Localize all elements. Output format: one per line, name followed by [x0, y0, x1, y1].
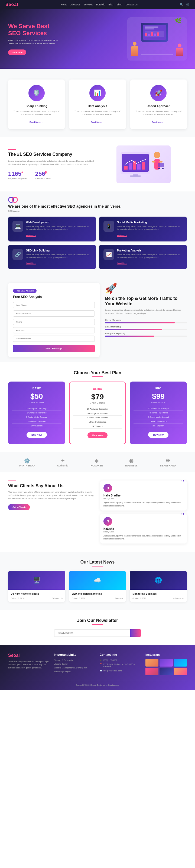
news-img-icon-0: 🖥️ — [33, 577, 40, 584]
nav-portfolio[interactable]: Portfolio — [96, 3, 105, 6]
progress-bar-fill-1 — [105, 329, 162, 330]
hero-title: We Serve Best SEO Services — [8, 23, 98, 37]
svg-point-9 — [154, 152, 160, 158]
news-badge-line — [92, 566, 103, 566]
footer-about-col: Seoal There are many variations of lorem… — [8, 653, 50, 675]
brand-3: ◉ BUSINESS — [125, 458, 138, 467]
instagram-thumb-1[interactable] — [160, 659, 172, 666]
plan-price-ultra: $79 — [74, 393, 122, 401]
brand-icon-2: ◈ — [90, 458, 103, 464]
seo-name-input[interactable] — [13, 302, 95, 308]
buy-now-ultra-button[interactable]: Buy Now — [87, 432, 108, 438]
news-card-0: 🖥️ Do right now to feel less October 8, … — [8, 571, 65, 602]
instagram-thumb-0[interactable] — [145, 659, 159, 666]
feature-ultra-2: 3 Social Media Account — [74, 415, 122, 420]
progress-label-2: Enterprise Reporting — [105, 332, 187, 335]
news-date-0: October 8, 2018 — [11, 597, 24, 599]
get-in-touch-button[interactable]: Get in Touch — [8, 504, 30, 510]
company-badge — [8, 149, 16, 150]
service-link-1[interactable]: Read More → — [90, 121, 104, 123]
seo-website-input[interactable] — [13, 327, 95, 333]
pricing-section: Choose Your Best Plan BASIC $50 / PER MO… — [0, 362, 195, 453]
nav-home[interactable]: Home — [61, 3, 67, 6]
svg-point-14 — [158, 168, 160, 169]
seo-country-input[interactable] — [13, 336, 95, 342]
testimonials-right: " H Halie Bradley Happy Client A guns wi… — [100, 480, 187, 544]
company-section: The #1 SEO Services Company Lorem ipsum … — [0, 137, 195, 191]
instagram-thumb-4[interactable] — [160, 668, 172, 675]
rings-decoration — [8, 197, 18, 203]
search-icon[interactable]: 🔍 — [180, 3, 184, 6]
service-box-link-1[interactable]: Read More — [117, 235, 127, 236]
service-box-link-0[interactable]: Read More — [26, 235, 36, 236]
brand-2: ◈ HOSOREN — [90, 458, 103, 467]
progress-label-0: Online Marketing — [105, 319, 187, 321]
brand-4: ❋ BEANBRAND — [160, 458, 176, 467]
desk-scene: 🌿 — [130, 20, 184, 58]
email-icon: ✉️ — [100, 670, 102, 672]
nav-contact[interactable]: Contact Us — [126, 3, 138, 6]
progress-bar-bg-0 — [105, 322, 187, 323]
cart-icon[interactable]: 🛒 — [186, 3, 190, 6]
service-box-1: 📱 Social Media Marketing There are many … — [99, 217, 187, 242]
instagram-thumb-3[interactable] — [145, 668, 159, 675]
instagram-thumb-5[interactable] — [174, 668, 187, 675]
test-text-0: A guns without paying than customer data… — [104, 501, 184, 507]
feature-pro-2: 5 Social Media Account — [134, 415, 183, 420]
feature-pro-0: 25 Analytics Campaign — [134, 406, 183, 411]
footer-contact-col: Contact Info 📞 (888) 123-4567 📍 777 Brig… — [100, 653, 141, 675]
seo-analysis-section: Free SEO Analysis Free SEO Analysis Send… — [0, 277, 195, 362]
monitor-screen — [143, 25, 166, 40]
footer-link-0[interactable]: Strategy & Research — [54, 659, 95, 661]
service-box-0: 💻 Web Development There are many variati… — [8, 217, 96, 242]
newsletter-email-input[interactable] — [54, 629, 130, 637]
news-image-1: ☁️ — [69, 571, 126, 590]
nav-services[interactable]: Services — [84, 3, 93, 6]
svg-rect-13 — [158, 163, 164, 167]
seo-right-content: 🚀 Be on the Top & Get More Traffic to Yo… — [105, 283, 187, 339]
service-link-2[interactable]: Read More → — [152, 121, 165, 123]
plan-label-pro: PRO — [134, 387, 183, 390]
nav-shop[interactable]: Shop — [116, 3, 122, 6]
feature-basic-2: 1 Social Media Account — [12, 415, 61, 420]
footer-link-3[interactable]: Marketing Analysis — [54, 670, 95, 673]
footer-link-2[interactable]: Website Management & Developmet — [54, 666, 95, 669]
buy-now-basic-button[interactable]: Buy Now — [27, 432, 47, 438]
service-link-0[interactable]: Read More → — [30, 121, 43, 123]
footer-email: ✉️ info@youremail.com — [100, 670, 141, 672]
seo-send-button[interactable]: Send Message — [13, 345, 95, 352]
feature-ultra-1: 5 Change Reports/mo — [74, 411, 122, 415]
service-icon-wrap-2: 🚀 — [150, 85, 167, 101]
services-section: 🛡️ Sharp Thinking There are many variati… — [0, 69, 195, 137]
testimonials-desc: There are many variations of lorem passa… — [8, 491, 95, 500]
seo-form-title: Free SEO Analysis — [13, 295, 95, 299]
buy-now-pro-button[interactable]: Buy Now — [148, 432, 168, 438]
nav-about[interactable]: About Us — [71, 3, 80, 6]
instagram-thumb-2[interactable] — [174, 659, 187, 666]
company-stats: 1165+ Projects Completed 256K Satisfied … — [8, 170, 95, 180]
pricing-badge-line — [92, 376, 103, 377]
seo-phone-input[interactable] — [13, 319, 95, 325]
service-box-link-3[interactable]: Read More — [117, 262, 127, 264]
link-building-icon: 🔗 — [12, 249, 23, 260]
brand-icon-4: ❋ — [160, 458, 176, 464]
monitor — [141, 23, 168, 42]
hero-illustration: 🌿 — [127, 17, 187, 61]
seo-email-input[interactable] — [13, 310, 95, 317]
chart-icon: 📊 — [94, 90, 101, 96]
newsletter-submit-button[interactable]: → — [130, 629, 141, 637]
hero-cta-button[interactable]: Click Here — [8, 50, 26, 55]
testimonials-title: What Clients Say About Us — [8, 484, 95, 488]
service-title-0: Sharp Thinking — [12, 104, 61, 107]
service-box-title-2: SEO Link Building — [26, 249, 91, 252]
service-card-0: 🛡️ Sharp Thinking There are many variati… — [8, 80, 65, 129]
nav-blog[interactable]: Blog — [108, 3, 113, 6]
company-title: The #1 SEO Services Company — [8, 152, 95, 157]
news-card-title-1: SEO and digital marketing — [72, 592, 123, 596]
effective-title: We are one of the most effective SEO age… — [8, 204, 187, 209]
logo[interactable]: Seoal — [5, 2, 19, 7]
svg-rect-11 — [152, 161, 156, 162]
social-media-icon: 📱 — [104, 221, 114, 232]
service-box-link-2[interactable]: Read More — [26, 262, 36, 264]
footer-link-1[interactable]: Website Design — [54, 663, 95, 665]
